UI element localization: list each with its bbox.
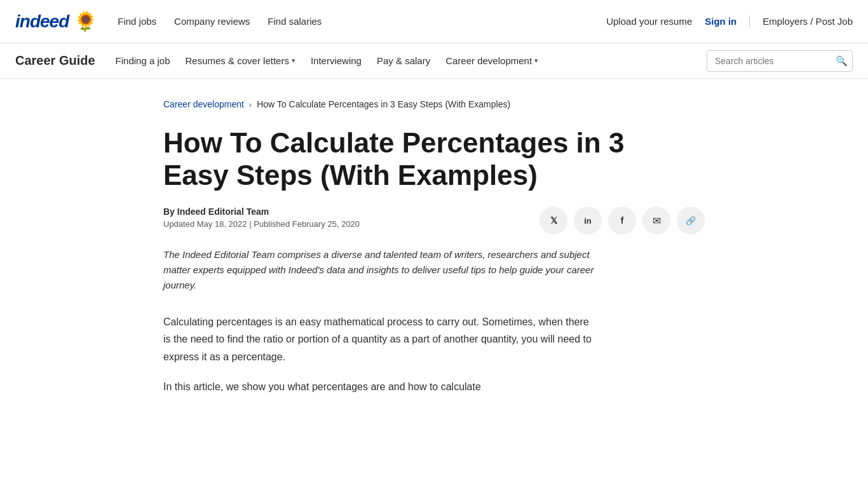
search-box: 🔍: [707, 50, 853, 72]
article-bio: The Indeed Editorial Team comprises a di…: [163, 247, 595, 293]
article-dates: Updated May 18, 2022 | Published Februar…: [163, 219, 360, 229]
company-reviews-link[interactable]: Company reviews: [174, 16, 250, 27]
pay-salary-link[interactable]: Pay & salary: [377, 55, 430, 66]
secondary-nav: Career Guide Finding a job Resumes & cov…: [0, 43, 868, 79]
facebook-share-button[interactable]: f: [608, 207, 636, 234]
social-icons: 𝕏 in f ✉ 🔗: [539, 207, 705, 234]
copy-link-button[interactable]: 🔗: [677, 207, 705, 234]
email-icon: ✉: [653, 215, 661, 227]
employers-link[interactable]: Employers / Post Job: [763, 16, 853, 27]
breadcrumb-current: How To Calculate Percentages in 3 Easy S…: [257, 99, 510, 109]
top-nav-right: Upload your resume Sign in Employers / P…: [606, 15, 853, 28]
article-author: By Indeed Editorial Team: [163, 207, 360, 217]
linkedin-icon: in: [584, 216, 592, 226]
finding-a-job-link[interactable]: Finding a job: [116, 55, 170, 66]
career-development-nav-link[interactable]: Career development ▾: [445, 55, 538, 66]
twitter-icon: 𝕏: [550, 215, 557, 226]
find-jobs-link[interactable]: Find jobs: [118, 16, 156, 27]
breadcrumb: Career development › How To Calculate Pe…: [163, 99, 705, 109]
indeed-logo[interactable]: indeed 🌻: [15, 10, 97, 32]
breadcrumb-separator: ›: [249, 100, 252, 109]
article-title: How To Calculate Percentages in 3 Easy S…: [163, 127, 697, 191]
link-icon: 🔗: [686, 216, 696, 226]
secondary-nav-links: Finding a job Resumes & cover letters ▾ …: [116, 55, 707, 66]
career-dev-dropdown-icon: ▾: [534, 57, 538, 65]
search-icon: 🔍: [836, 55, 848, 66]
linkedin-share-button[interactable]: in: [574, 207, 602, 234]
sign-in-link[interactable]: Sign in: [705, 16, 736, 27]
breadcrumb-parent-link[interactable]: Career development: [163, 99, 244, 109]
article-meta: By Indeed Editorial Team Updated May 18,…: [163, 207, 705, 234]
top-nav: indeed 🌻 Find jobs Company reviews Find …: [0, 0, 868, 43]
search-input[interactable]: [707, 50, 853, 72]
top-nav-links: Find jobs Company reviews Find salaries: [118, 16, 606, 27]
indeed-logo-text: indeed: [15, 11, 69, 32]
find-salaries-link[interactable]: Find salaries: [268, 16, 322, 27]
upload-resume-link[interactable]: Upload your resume: [606, 16, 692, 27]
article-meta-left: By Indeed Editorial Team Updated May 18,…: [163, 207, 360, 229]
interviewing-link[interactable]: Interviewing: [311, 55, 362, 66]
resumes-dropdown-icon: ▾: [292, 57, 295, 65]
article-paragraph-2: In this article, we show you what percen…: [163, 378, 595, 395]
nav-divider: [749, 15, 750, 28]
facebook-icon: f: [621, 215, 624, 226]
main-content: Career development › How To Calculate Pe…: [0, 79, 868, 428]
twitter-share-button[interactable]: 𝕏: [539, 207, 567, 234]
article-paragraph-1: Calculating percentages is an easy mathe…: [163, 313, 595, 365]
article-body: Calculating percentages is an easy mathe…: [163, 313, 705, 395]
search-button[interactable]: 🔍: [836, 55, 848, 67]
sunflower-icon: 🌻: [74, 10, 97, 32]
resumes-cover-letters-link[interactable]: Resumes & cover letters ▾: [186, 55, 295, 66]
email-share-button[interactable]: ✉: [642, 207, 670, 234]
career-guide-title: Career Guide: [15, 53, 95, 68]
